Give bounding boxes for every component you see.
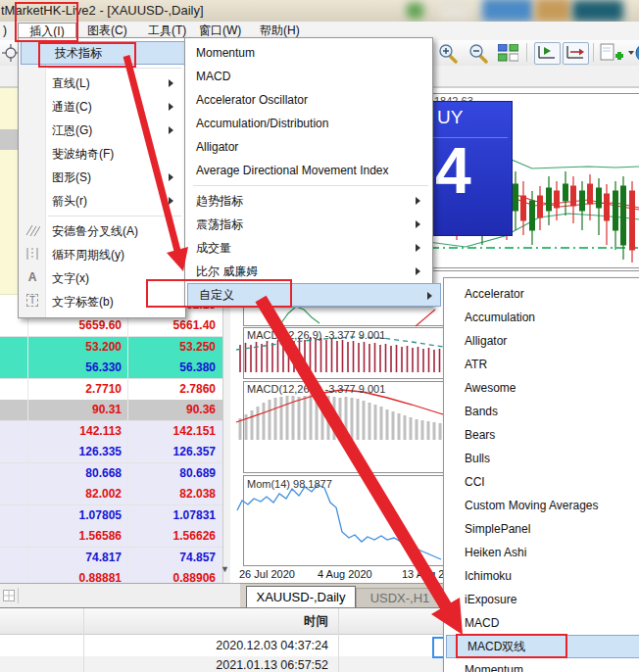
- submenu-arrow-icon: [416, 220, 420, 228]
- grid-icon: [3, 590, 15, 601]
- submenu-arrow-icon: [169, 79, 173, 87]
- menu-item-accelerator[interactable]: Accelerator: [465, 282, 636, 306]
- menu-item--l-[interactable]: 直线(L): [52, 72, 181, 95]
- ask-cell: 126.357: [128, 445, 216, 458]
- submenu-arrow-icon: [169, 197, 173, 205]
- menu-item-charts[interactable]: 图表(C): [80, 23, 134, 38]
- menu-separator: [48, 216, 181, 216]
- chart-autoscroll-button[interactable]: [563, 42, 589, 65]
- menu-item--[interactable]: 成交量: [196, 236, 428, 260]
- status-strip: [0, 583, 240, 608]
- menu-item-bears[interactable]: Bears: [465, 423, 636, 447]
- buy-panel[interactable]: UY 4: [428, 101, 513, 236]
- menu-item-custom-moving-averages[interactable]: Custom Moving Averages: [465, 494, 636, 517]
- market-watch-row[interactable]: 90.3190.36: [0, 400, 222, 421]
- menu-item-accumulation-distribution[interactable]: Accumulation/Distribution: [196, 112, 428, 135]
- market-watch-row[interactable]: 1.078051.07831: [0, 505, 222, 527]
- menu-item-alligator[interactable]: Alligator: [196, 135, 428, 159]
- market-watch-row[interactable]: 5659.605661.40: [0, 315, 222, 337]
- custom-indicators-submenu: AcceleratorAccumulationAlligatorATRAweso…: [443, 277, 639, 672]
- tab-xauusd-daily[interactable]: XAUUSD-,Daily: [246, 586, 356, 608]
- menu-item-macd[interactable]: MACD: [465, 611, 636, 635]
- bid-cell: 56.330: [28, 360, 122, 374]
- menu-item--g-[interactable]: 江恩(G): [52, 119, 181, 142]
- ask-cell: 82.038: [128, 487, 216, 501]
- menu-item-momentum[interactable]: Momentum: [196, 41, 428, 65]
- time-column-header[interactable]: 时间: [83, 613, 328, 630]
- toolbar-separator: [593, 43, 594, 62]
- ask-cell: 2.7860: [128, 382, 216, 396]
- zoom-out-icon[interactable]: [467, 43, 489, 64]
- menu-item--a-[interactable]: 安德鲁分叉线(A): [52, 219, 181, 243]
- menu-item-accelerator-oscillator[interactable]: Accelerator Oscillator: [196, 88, 428, 112]
- bid-cell: 90.31: [28, 403, 122, 416]
- bid-cell: 142.113: [28, 424, 122, 438]
- menu-item-tools[interactable]: 工具(T): [141, 23, 193, 38]
- menu-item-simplepanel[interactable]: SimplePanel: [465, 517, 636, 541]
- menu-item--b-[interactable]: 文字标签(b): [52, 290, 181, 313]
- bid-cell: 82.002: [28, 487, 122, 501]
- bid-cell: 5659.60: [28, 318, 122, 332]
- template-dropdown-icon[interactable]: [628, 51, 634, 55]
- buy-panel-caption: UY: [437, 107, 463, 128]
- menu-item-average-directional-movement-index[interactable]: Average Directional Movement Index: [196, 159, 428, 182]
- market-watch-row[interactable]: 74.81774.857: [0, 548, 222, 569]
- menu-item--y-[interactable]: 循环周期线(y): [52, 243, 181, 266]
- indicators-submenu: MomentumMACDAccelerator OscillatorAccumu…: [184, 37, 433, 308]
- chart-shift-button[interactable]: [534, 42, 561, 65]
- menu-item-momentum[interactable]: Momentum: [465, 658, 636, 672]
- bid-cell: 80.668: [28, 466, 122, 480]
- menu-item--r-[interactable]: 箭头(r): [52, 189, 181, 213]
- wallpaper-blob: [482, 0, 533, 22]
- zoom-in-icon[interactable]: [437, 43, 459, 64]
- market-watch-row[interactable]: 126.335126.357: [0, 442, 222, 463]
- column-divider: [338, 608, 339, 672]
- menu-item--[interactable]: 比尔 威廉姆: [196, 260, 428, 283]
- menu-item-iexposure[interactable]: iExposure: [465, 588, 636, 611]
- market-watch-row[interactable]: 82.00282.038: [0, 484, 222, 505]
- menu-item-heiken-ashi[interactable]: Heiken Ashi: [465, 541, 636, 564]
- text-icon: A: [23, 270, 42, 284]
- menu-item-macd-[interactable]: MACD双线: [446, 635, 639, 658]
- menu-item-alligator[interactable]: Alligator: [465, 329, 636, 353]
- menu-item-bulls[interactable]: Bulls: [465, 447, 636, 470]
- menu-separator: [48, 68, 181, 69]
- submenu-arrow-icon: [169, 103, 173, 111]
- menu-item-ichimoku[interactable]: Ichimoku: [465, 564, 636, 588]
- info-circle-icon[interactable]: [635, 43, 639, 64]
- menu-item--s-[interactable]: 图形(S): [52, 166, 181, 189]
- menu-item-partial[interactable]: ): [0, 23, 14, 38]
- bid-cell: 126.335: [28, 445, 122, 458]
- tile-windows-icon[interactable]: [498, 44, 518, 62]
- menu-item--[interactable]: 趋势指标: [196, 189, 428, 213]
- bid-cell: 1.56586: [28, 529, 122, 543]
- menu-item-atr[interactable]: ATR: [465, 353, 636, 376]
- menu-item-accumulation[interactable]: Accumulation: [465, 306, 636, 329]
- market-watch-row[interactable]: 1.565861.56626: [0, 526, 222, 548]
- menu-item-macd[interactable]: MACD: [196, 65, 428, 88]
- menu-item-awesome[interactable]: Awesome: [465, 376, 636, 400]
- market-watch-row[interactable]: 80.66880.689: [0, 463, 222, 485]
- ask-cell: 53.250: [128, 340, 216, 354]
- menu-item--[interactable]: 自定义: [187, 283, 441, 307]
- menu-item-cci[interactable]: CCI: [465, 470, 636, 494]
- submenu-arrow-icon: [169, 126, 173, 134]
- menu-item--x-[interactable]: 文字(x): [52, 266, 181, 290]
- menu-item--c-[interactable]: 通道(C): [52, 95, 181, 119]
- tab-usdx-h1[interactable]: USDX-,H1: [356, 588, 444, 608]
- menu-item-help[interactable]: 帮助(H): [253, 23, 307, 38]
- submenu-arrow-icon: [416, 197, 420, 205]
- market-watch-row[interactable]: 56.33056.380: [0, 358, 222, 379]
- indicators-template-icon[interactable]: [600, 43, 623, 64]
- market-watch-row[interactable]: 142.113142.151: [0, 421, 222, 443]
- menu-item--[interactable]: 震荡指标: [196, 213, 428, 236]
- title-bar: tMarketHK-Live2 - [XAUUSD-,Daily]: [0, 0, 639, 22]
- menu-item-window[interactable]: 窗口(W): [192, 23, 248, 38]
- terminal-time-cell: 2020.12.03 04:37:24: [83, 639, 328, 652]
- market-watch-row[interactable]: 2.77102.7860: [0, 379, 222, 401]
- scroll-down-icon[interactable]: ▼: [221, 564, 229, 574]
- menu-item--f-[interactable]: 斐波纳奇(F): [52, 142, 181, 166]
- terminal-time-cell: 2021.01.13 06:57:52: [83, 658, 328, 672]
- menu-item-bands[interactable]: Bands: [465, 400, 636, 423]
- market-watch-row[interactable]: 53.20053.250: [0, 337, 222, 359]
